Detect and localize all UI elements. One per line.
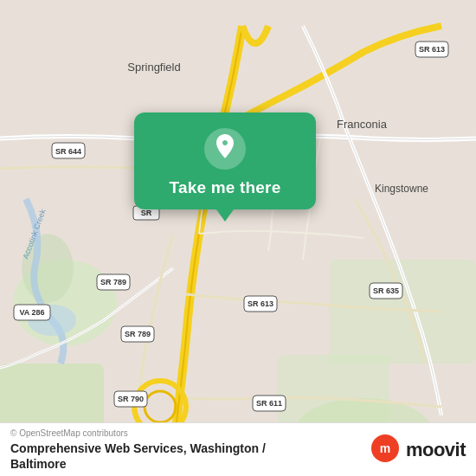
osm-credit: © OpenStreetMap contributors xyxy=(10,428,266,438)
svg-text:SR 644: SR 644 xyxy=(55,147,81,156)
svg-text:SR 611: SR 611 xyxy=(256,399,282,408)
svg-text:SR 635: SR 635 xyxy=(373,286,399,295)
place-name-container: Comprehensive Web Services, Washington /… xyxy=(10,441,266,472)
map-container: SR 613 SR 644 SR 789 SR 789 SR 790 SR 61… xyxy=(0,0,476,476)
svg-text:SR 790: SR 790 xyxy=(118,395,144,403)
svg-text:SR: SR xyxy=(141,209,152,217)
svg-text:Springfield: Springfield xyxy=(127,61,180,74)
popup-card: Take me there xyxy=(134,113,316,209)
svg-text:SR 613: SR 613 xyxy=(419,45,445,54)
svg-text:Franconia: Franconia xyxy=(337,118,388,131)
svg-text:SR 789: SR 789 xyxy=(100,278,126,286)
attribution-left: © OpenStreetMap contributors Comprehensi… xyxy=(10,428,266,472)
moovit-brand-icon: m xyxy=(370,434,401,466)
location-pin-icon xyxy=(213,134,237,164)
svg-text:m: m xyxy=(380,441,390,455)
moovit-text: moovit xyxy=(406,439,466,461)
take-me-there-button[interactable]: Take me there xyxy=(170,178,281,197)
svg-text:Kingstowne: Kingstowne xyxy=(375,183,428,195)
place-name: Comprehensive Web Services, Washington / xyxy=(10,441,266,455)
map-background: SR 613 SR 644 SR 789 SR 789 SR 790 SR 61… xyxy=(0,0,476,476)
svg-text:SR 789: SR 789 xyxy=(125,330,151,338)
location-icon-wrap xyxy=(204,128,246,170)
attribution-bar: © OpenStreetMap contributors Comprehensi… xyxy=(0,422,476,476)
svg-text:SR 613: SR 613 xyxy=(248,299,273,308)
moovit-logo: m moovit xyxy=(370,434,466,466)
svg-text:VA 286: VA 286 xyxy=(19,308,44,317)
place-name2: Baltimore xyxy=(10,457,67,471)
